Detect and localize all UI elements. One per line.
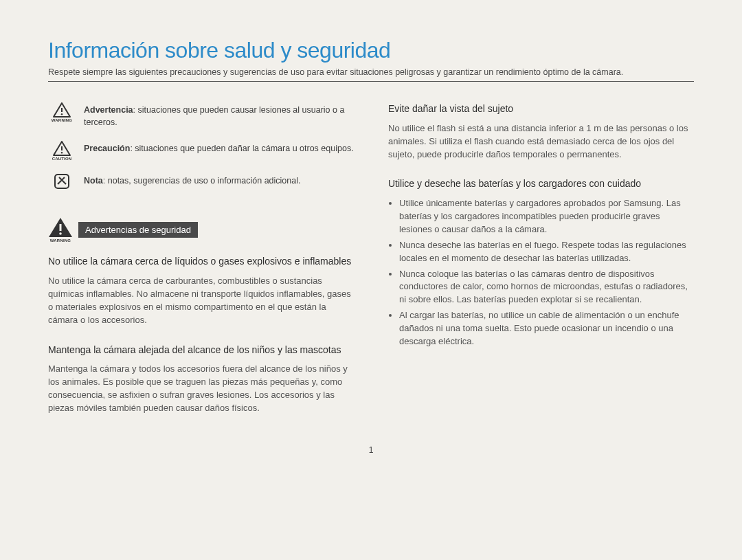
definition-warning-label: Advertencia bbox=[84, 105, 133, 115]
section-heading: No utilice la cámara cerca de líquidos o… bbox=[48, 255, 354, 268]
list-item: Utilice únicamente baterías y cargadores… bbox=[399, 197, 694, 236]
right-column: Evite dañar la vista del sujeto No utili… bbox=[388, 102, 694, 432]
safety-warnings-banner: WARNING Advertencias de seguridad bbox=[48, 217, 354, 243]
section-body: Mantenga la cámara y todos los accesorio… bbox=[48, 363, 354, 414]
left-column: WARNING Advertencia: situaciones que pue… bbox=[48, 102, 354, 432]
definition-note-body: : notas, sugerencias de uso o informació… bbox=[103, 176, 301, 186]
definition-note: Nota: notas, sugerencias de uso o inform… bbox=[48, 173, 354, 190]
definition-note-text: Nota: notas, sugerencias de uso o inform… bbox=[84, 173, 300, 187]
definition-caution: CAUTION Precaución: situaciones que pued… bbox=[48, 141, 354, 161]
note-icon bbox=[48, 173, 76, 190]
section-heading: Evite dañar la vista del sujeto bbox=[388, 102, 694, 115]
definition-warning: WARNING Advertencia: situaciones que pue… bbox=[48, 102, 354, 128]
page-title: Información sobre salud y seguridad bbox=[48, 38, 694, 63]
svg-rect-4 bbox=[55, 175, 69, 188]
caution-icon-caption: CAUTION bbox=[52, 157, 72, 161]
definition-caution-text: Precaución: situaciones que pueden dañar… bbox=[84, 141, 354, 155]
list-item: Al cargar las baterías, no utilice un ca… bbox=[399, 309, 694, 348]
banner-label: Advertencias de seguridad bbox=[78, 222, 198, 238]
caution-icon: CAUTION bbox=[48, 141, 76, 161]
list-item: Nunca deseche las baterías en el fuego. … bbox=[399, 239, 694, 265]
warning-icon-caption: WARNING bbox=[52, 118, 72, 122]
section-heading: Mantenga la cámara alejada del alcance d… bbox=[48, 344, 354, 357]
page-number: 1 bbox=[48, 445, 694, 455]
page: Información sobre salud y seguridad Resp… bbox=[0, 0, 742, 469]
svg-point-3 bbox=[61, 152, 63, 153]
section-heading: Utilice y deseche las baterías y los car… bbox=[388, 177, 694, 190]
section-body: No utilice el flash si está a una distan… bbox=[388, 122, 694, 161]
definition-caution-label: Precaución bbox=[84, 144, 130, 153]
section-body: No utilice la cámara cerca de carburante… bbox=[48, 275, 354, 326]
svg-point-6 bbox=[59, 232, 62, 235]
columns: WARNING Advertencia: situaciones que pue… bbox=[48, 102, 694, 432]
definitions-block: WARNING Advertencia: situaciones que pue… bbox=[48, 102, 354, 190]
banner-warning-icon: WARNING bbox=[48, 217, 73, 243]
banner-icon-caption: WARNING bbox=[50, 238, 71, 243]
section-bullets: Utilice únicamente baterías y cargadores… bbox=[388, 197, 694, 348]
list-item: Nunca coloque las baterías o las cámaras… bbox=[399, 268, 694, 307]
definition-note-label: Nota bbox=[84, 176, 103, 186]
warning-icon: WARNING bbox=[48, 102, 76, 122]
svg-point-1 bbox=[61, 113, 63, 115]
intro-text: Respete siempre las siguientes precaucio… bbox=[48, 67, 694, 82]
definition-warning-text: Advertencia: situaciones que pueden caus… bbox=[84, 102, 354, 128]
definition-caution-body: : situaciones que pueden dañar la cámara… bbox=[130, 144, 353, 153]
